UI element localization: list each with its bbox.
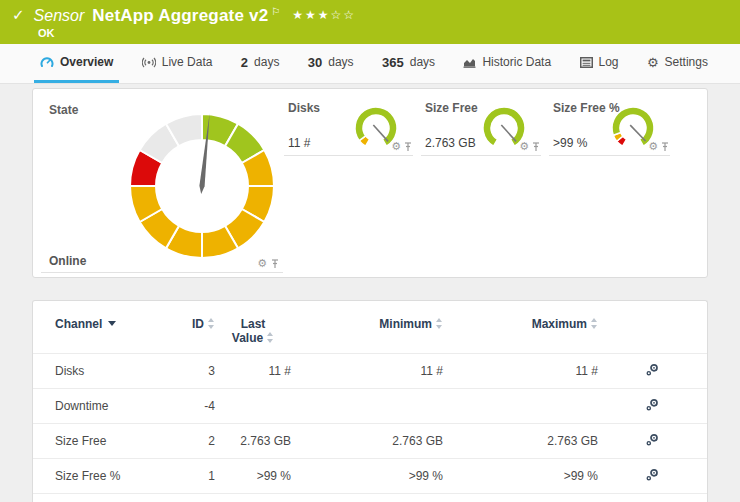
channel-settings-icon[interactable] (645, 467, 660, 485)
channel-cell: Size Free % (33, 459, 173, 494)
tab-bar: Overview Live Data 2 days 30 days 365 da… (0, 44, 740, 84)
minimum-cell: >99 % (291, 459, 443, 494)
disks-channel-label: Disks (288, 101, 320, 115)
maximum-cell: 11 # (443, 354, 598, 389)
channel-gear-icon[interactable]: ⚙ (257, 258, 267, 269)
sensor-title: NetApp Aggregate v2 (92, 6, 268, 26)
pin-icon[interactable] (532, 142, 540, 152)
sort-icon (208, 318, 215, 329)
ok-check-icon: ✓ (12, 6, 25, 24)
sort-icon (267, 332, 274, 343)
gauge-icon (40, 56, 54, 68)
channel-gear-icon[interactable]: ⚙ (519, 141, 529, 152)
col-header-minimum[interactable]: Minimum (291, 307, 443, 354)
channel-table: Channel ID Last Value Minimum Maximum (33, 307, 707, 502)
col-header-maximum[interactable]: Maximum (443, 307, 598, 354)
table-row[interactable]: Disks 3 11 # 11 # 11 # (33, 354, 707, 389)
table-row[interactable]: Size Free 2 2.763 GB 2.763 GB 2.763 GB (33, 424, 707, 459)
actions-cell (598, 354, 707, 389)
channel-settings-icon[interactable] (645, 397, 660, 415)
size-free-channel-panel: Size Free 2.763 GB ⚙ (421, 95, 541, 156)
broadcast-icon (142, 57, 156, 68)
sensor-status-header: ✓ Sensor NetApp Aggregate v2 ⚐ ★★★☆☆ OK (0, 0, 740, 44)
id-cell: 1 (173, 459, 215, 494)
sort-icon (591, 318, 598, 329)
channel-cell: State (33, 494, 173, 502)
last-value-cell: 2.763 GB (215, 424, 291, 459)
tab-2-days[interactable]: 2 days (235, 44, 286, 83)
actions-cell (598, 459, 707, 494)
minimum-cell (291, 389, 443, 424)
state-value: Online (49, 254, 86, 268)
channel-cell: Disks (33, 354, 173, 389)
tab-overview[interactable]: Overview (34, 44, 119, 83)
state-channel-label: State (49, 103, 78, 117)
tab-historic-data[interactable]: Historic Data (457, 44, 557, 83)
area-chart-icon (463, 57, 476, 68)
maximum-cell (443, 389, 598, 424)
sensor-status-badge: OK (38, 27, 55, 39)
log-list-icon (580, 57, 593, 68)
size-free-pct-channel-panel: Size Free % >99 % ⚙ (549, 95, 670, 156)
tab-30-days[interactable]: 30 days (302, 44, 360, 83)
id-cell: 3 (173, 354, 215, 389)
sort-icon (436, 318, 443, 329)
overview-gauges-panel: State Online ⚙ Disks 11 # ⚙ Size Free (32, 88, 708, 278)
maximum-cell: Online (443, 494, 598, 502)
table-row[interactable]: Size Free % 1 >99 % >99 % >99 % (33, 459, 707, 494)
minimum-cell: Online (291, 494, 443, 502)
table-row[interactable]: State 0 Online Online Online (33, 494, 707, 502)
channel-table-panel: Channel ID Last Value Minimum Maximum (32, 300, 708, 502)
disks-value: 11 # (288, 136, 310, 150)
col-header-id[interactable]: ID (173, 307, 215, 354)
actions-cell (598, 494, 707, 502)
id-cell: 0 (173, 494, 215, 502)
last-value-cell: 11 # (215, 354, 291, 389)
minimum-cell: 2.763 GB (291, 424, 443, 459)
tab-log[interactable]: Log (574, 44, 625, 83)
col-header-last-value[interactable]: Last Value (215, 307, 291, 354)
minimum-cell: 11 # (291, 354, 443, 389)
priority-stars[interactable]: ★★★☆☆ (292, 8, 356, 22)
size-free-channel-label: Size Free (425, 101, 478, 115)
channel-gear-icon[interactable]: ⚙ (648, 141, 658, 152)
channel-settings-icon[interactable] (645, 432, 660, 450)
maximum-cell: 2.763 GB (443, 424, 598, 459)
disks-channel-panel: Disks 11 # ⚙ (284, 95, 413, 156)
id-cell: 2 (173, 424, 215, 459)
channel-settings-icon[interactable] (645, 362, 660, 380)
pin-icon[interactable] (271, 259, 279, 269)
actions-cell (598, 389, 707, 424)
channel-cell: Downtime (33, 389, 173, 424)
tab-settings[interactable]: ⚙ Settings (641, 44, 714, 83)
size-free-value: 2.763 GB (425, 136, 476, 150)
pin-icon[interactable] (404, 142, 412, 152)
channel-gear-icon[interactable]: ⚙ (391, 141, 401, 152)
tab-365-days[interactable]: 365 days (376, 44, 441, 83)
sorted-desc-icon (108, 321, 116, 326)
col-header-actions (598, 307, 707, 354)
size-free-pct-value: >99 % (553, 136, 587, 150)
pin-icon[interactable] (661, 142, 669, 152)
tab-live-data[interactable]: Live Data (136, 44, 219, 83)
state-channel-panel: State Online ⚙ (41, 95, 283, 273)
maximum-cell: >99 % (443, 459, 598, 494)
table-row[interactable]: Downtime -4 (33, 389, 707, 424)
favorite-flag-icon[interactable]: ⚐ (271, 6, 280, 17)
last-value-cell (215, 389, 291, 424)
gear-icon: ⚙ (647, 56, 659, 69)
channel-table-body: Disks 3 11 # 11 # 11 # Downtime -4 (33, 354, 707, 502)
channel-cell: Size Free (33, 424, 173, 459)
actions-cell (598, 424, 707, 459)
state-gauge (127, 111, 277, 261)
col-header-channel[interactable]: Channel (33, 307, 173, 354)
last-value-cell: >99 % (215, 459, 291, 494)
last-value-cell: Online (215, 494, 291, 502)
id-cell: -4 (173, 389, 215, 424)
object-kind-label: Sensor (34, 7, 85, 25)
